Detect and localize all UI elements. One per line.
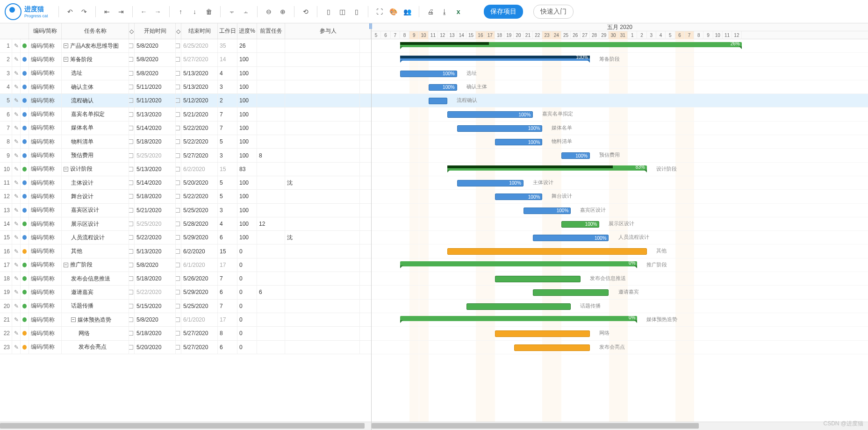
part-cell[interactable] xyxy=(285,122,360,135)
task-bar[interactable]: 100% xyxy=(561,221,599,228)
part-cell[interactable] xyxy=(285,163,360,176)
col-pred[interactable]: 前置任务 xyxy=(257,23,285,39)
ms-cell[interactable] xyxy=(129,217,135,230)
ms-cell[interactable] xyxy=(129,163,135,176)
code-cell[interactable]: 编码/简称 xyxy=(29,204,62,217)
part-cell[interactable] xyxy=(285,39,360,52)
grid-hscroll[interactable] xyxy=(0,422,371,430)
progress-cell[interactable]: 0 xyxy=(237,341,257,354)
expand-icon[interactable]: − xyxy=(64,167,68,172)
gantt-row[interactable]: 话题传播 xyxy=(372,300,868,313)
start-cell[interactable]: 5/21/2020 xyxy=(135,204,176,217)
col-progress[interactable]: 进度% xyxy=(237,23,257,39)
days-cell[interactable]: 17 xyxy=(218,258,237,272)
name-cell[interactable]: 媒体名单 xyxy=(62,122,129,135)
summary-bar[interactable]: 26% xyxy=(400,42,742,47)
part-cell[interactable] xyxy=(285,67,360,80)
task-row[interactable]: 2✎编码/简称−筹备阶段5/8/20205/27/202014100 xyxy=(0,53,371,66)
task-row[interactable]: 7✎编码/简称媒体名单5/14/20205/22/20207100 xyxy=(0,122,371,135)
start-cell[interactable]: 5/8/2020 xyxy=(135,258,176,272)
task-row[interactable]: 14✎编码/简称展示区设计5/25/20205/28/2020410012 xyxy=(0,217,371,231)
name-cell[interactable]: 其他 xyxy=(62,244,129,258)
progress-cell[interactable]: 100 xyxy=(237,122,257,135)
ms2-cell[interactable] xyxy=(176,244,181,258)
gantt-row[interactable]: 100%展示区设计 xyxy=(372,217,868,231)
task-bar[interactable]: 100% xyxy=(524,208,571,214)
code-cell[interactable]: 编码/简称 xyxy=(29,80,62,93)
days-cell[interactable]: 8 xyxy=(218,327,237,340)
start-cell[interactable]: 5/14/2020 xyxy=(135,122,176,135)
ms-cell[interactable] xyxy=(129,286,135,299)
name-cell[interactable]: 嘉宾名单拟定 xyxy=(62,108,129,121)
move-up-icon[interactable]: ↑ xyxy=(175,6,187,17)
ms2-cell[interactable] xyxy=(176,163,181,176)
task-bar[interactable]: 100% xyxy=(561,152,590,159)
pred-cell[interactable] xyxy=(257,94,285,107)
pred-cell[interactable]: 12 xyxy=(257,217,285,230)
ms2-cell[interactable] xyxy=(176,217,181,230)
summary-bar[interactable]: 0% xyxy=(400,261,638,266)
code-cell[interactable]: 编码/简称 xyxy=(29,67,62,80)
pred-cell[interactable] xyxy=(257,122,285,135)
layout3-icon[interactable]: ▯ xyxy=(351,6,362,17)
gantt-row[interactable]: 83%设计阶段 xyxy=(372,163,868,176)
outdent-icon[interactable]: ⇤ xyxy=(101,6,113,17)
edit-icon[interactable]: ✎ xyxy=(12,149,21,162)
days-cell[interactable]: 35 xyxy=(218,39,237,52)
gantt-row[interactable]: 100%预估费用 xyxy=(372,149,868,162)
start-cell[interactable]: 5/18/2020 xyxy=(135,190,176,203)
end-cell[interactable]: 5/27/2020 xyxy=(181,327,218,340)
layout2-icon[interactable]: ◫ xyxy=(337,6,348,17)
gantt-row[interactable]: 流程确认 xyxy=(372,94,868,108)
days-cell[interactable]: 2 xyxy=(218,94,237,107)
gantt-row[interactable]: 100%选址 xyxy=(372,67,868,80)
expand-icon[interactable]: − xyxy=(71,317,76,322)
gantt-row[interactable]: 发布会亮点 xyxy=(372,341,868,354)
quickstart-button[interactable]: 快速入门 xyxy=(533,5,574,19)
part-cell[interactable]: 沈 xyxy=(285,231,360,244)
redo-icon[interactable]: ↷ xyxy=(79,6,90,17)
days-cell[interactable]: 5 xyxy=(218,135,237,148)
ms-cell[interactable] xyxy=(129,39,135,52)
task-bar[interactable]: 100% xyxy=(429,84,457,91)
name-cell[interactable]: 主体设计 xyxy=(62,176,129,189)
days-cell[interactable]: 6 xyxy=(218,231,237,244)
start-cell[interactable]: 5/8/2020 xyxy=(135,67,176,80)
progress-cell[interactable]: 0 xyxy=(237,286,257,299)
edit-icon[interactable]: ✎ xyxy=(12,80,21,93)
name-cell[interactable]: 展示区设计 xyxy=(62,217,129,230)
days-cell[interactable]: 17 xyxy=(218,313,237,326)
end-cell[interactable]: 5/26/2020 xyxy=(181,272,218,285)
part-cell[interactable] xyxy=(285,204,360,217)
code-cell[interactable]: 编码/简称 xyxy=(29,122,62,135)
ms2-cell[interactable] xyxy=(176,258,181,272)
splitter-handle[interactable] xyxy=(369,23,372,29)
days-cell[interactable]: 5 xyxy=(218,176,237,189)
summary-bar[interactable]: 0% xyxy=(400,316,638,321)
code-cell[interactable]: 编码/简称 xyxy=(29,217,62,230)
code-cell[interactable]: 编码/简称 xyxy=(29,53,62,66)
ms2-cell[interactable] xyxy=(176,67,181,80)
name-cell[interactable]: 人员流程设计 xyxy=(62,231,129,244)
end-cell[interactable]: 6/2/2020 xyxy=(181,244,218,258)
ms2-cell[interactable] xyxy=(176,327,181,340)
edit-icon[interactable]: ✎ xyxy=(12,204,21,217)
gantt-row[interactable]: 邀请嘉宾 xyxy=(372,286,868,299)
progress-cell[interactable]: 0 xyxy=(237,313,257,326)
end-cell[interactable]: 5/21/2020 xyxy=(181,108,218,121)
edit-icon[interactable]: ✎ xyxy=(12,53,21,66)
task-bar[interactable] xyxy=(447,248,646,255)
pred-cell[interactable] xyxy=(257,108,285,121)
code-cell[interactable]: 编码/简称 xyxy=(29,300,62,313)
part-cell[interactable] xyxy=(285,327,360,340)
edit-icon[interactable]: ✎ xyxy=(12,176,21,189)
progress-cell[interactable]: 100 xyxy=(237,135,257,148)
start-cell[interactable]: 5/13/2020 xyxy=(135,244,176,258)
code-cell[interactable]: 编码/简称 xyxy=(29,163,62,176)
pred-cell[interactable] xyxy=(257,341,285,354)
move-left-icon[interactable]: ← xyxy=(138,6,150,17)
end-cell[interactable]: 6/1/2020 xyxy=(181,258,218,272)
pred-cell[interactable] xyxy=(257,135,285,148)
task-row[interactable]: 22✎编码/简称网络5/18/20205/27/202080 xyxy=(0,327,371,340)
code-cell[interactable]: 编码/简称 xyxy=(29,313,62,326)
